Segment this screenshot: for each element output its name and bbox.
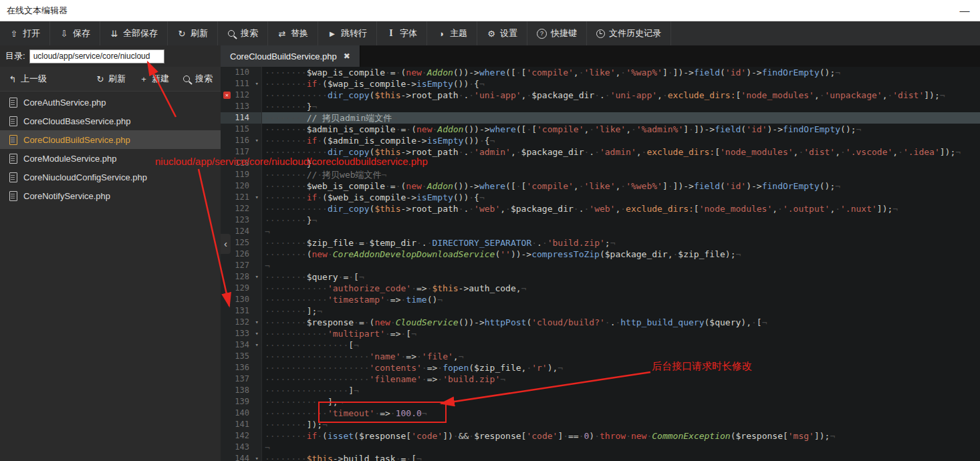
open-button[interactable]: ⇧打开 xyxy=(0,21,50,45)
code-line[interactable]: 131········];¬ xyxy=(221,305,980,317)
file-item[interactable]: CoreModuleService.php xyxy=(0,149,221,168)
code-line[interactable]: 122············dir_copy($this->root_path… xyxy=(221,203,980,214)
code-line[interactable]: 114········//·拷贝admin端文件¬ xyxy=(221,112,980,124)
goto-line-button[interactable]: ►跳转行 xyxy=(318,21,377,45)
code-line[interactable]: 140············'timeout'·=>·100.0¬ xyxy=(221,408,980,419)
code-line[interactable]: 143¬ xyxy=(221,442,980,453)
code-line[interactable]: 132▾········$response·=·(new·CloudServic… xyxy=(221,317,980,328)
up-level-label: 上一级 xyxy=(21,73,47,85)
history-button[interactable]: 文件历史记录 xyxy=(587,21,671,45)
save-all-icon: ⇊ xyxy=(110,29,119,39)
sidebar-refresh-button[interactable]: ↻ 刷新 xyxy=(96,73,126,85)
code-line[interactable]: 137····················'filename'·=>·'bu… xyxy=(221,373,980,385)
file-item[interactable]: CoreNotifyService.php xyxy=(0,186,221,205)
settings-button[interactable]: ⚙设置 xyxy=(477,21,527,45)
code-text: ········$query·=·[¬ xyxy=(262,271,980,283)
save-button[interactable]: ⇩保存 xyxy=(50,21,100,45)
code-line[interactable]: 133▾············'multipart'·=>·[¬ xyxy=(221,328,980,339)
code-text: ············'timeout'·=>·100.0¬ xyxy=(262,408,980,419)
code-line[interactable]: 135····················'name'·=>·'file',… xyxy=(221,351,980,362)
code-text: ¬ xyxy=(262,226,980,237)
replace-button[interactable]: ⇄替换 xyxy=(268,21,318,45)
file-item[interactable]: CoreAuthService.php xyxy=(0,93,221,112)
code-line[interactable]: 113········}¬ xyxy=(221,101,980,112)
code-line[interactable]: 126········(new·CoreAddonDevelopDownload… xyxy=(221,249,980,260)
line-number: 134▾ xyxy=(221,339,262,351)
code-line[interactable]: 124¬ xyxy=(221,226,980,237)
code-line[interactable]: 139············],¬ xyxy=(221,396,980,408)
code-lines: 110········$wap_is_compile·=·(new·Addon(… xyxy=(221,67,980,461)
code-line[interactable]: 144▾········$this->build_task·=·[¬ xyxy=(221,453,980,461)
code-line[interactable]: 117············dir_copy($this->root_path… xyxy=(221,146,980,158)
line-number: 117 xyxy=(221,146,262,158)
fold-icon[interactable]: ▾ xyxy=(255,317,259,328)
code-line[interactable]: 121▾········if·($web_is_compile->isEmpty… xyxy=(221,192,980,203)
code-line[interactable]: 134▾················[¬ xyxy=(221,339,980,351)
tab-corecloudbuildservice[interactable]: CoreCloudBuildService.php ✖ xyxy=(221,45,360,67)
close-icon[interactable]: ✖ xyxy=(344,51,350,61)
fold-icon[interactable]: ▾ xyxy=(255,78,259,90)
plus-icon: + xyxy=(139,74,148,84)
main-toolbar: ⇧打开⇩保存⇊全部保存↻刷新搜索⇄替换►跳转行I字体◑主题⚙设置?快捷键文件历史… xyxy=(0,21,980,45)
code-line[interactable]: 112✕············dir_copy($this->root_pat… xyxy=(221,90,980,101)
fold-icon[interactable]: ▾ xyxy=(255,135,259,146)
file-icon xyxy=(9,172,17,182)
code-line[interactable]: 129············'authorize_code'·=>·$this… xyxy=(221,283,980,294)
code-text: ····················'contents'·=>·fopen(… xyxy=(262,362,980,373)
toolbar-button-label: 文件历史记录 xyxy=(609,27,661,39)
file-item[interactable]: CoreCloudBaseService.php xyxy=(0,112,221,130)
code-line[interactable]: 142········if·(isset($response['code'])·… xyxy=(221,430,980,442)
file-item[interactable]: CoreCloudBuildService.php xyxy=(0,130,221,149)
search-icon xyxy=(228,30,235,37)
sidebar-search-button[interactable]: 搜索 xyxy=(182,73,213,85)
code-line[interactable]: 141········]);¬ xyxy=(221,419,980,430)
code-editor[interactable]: 110········$wap_is_compile·=·(new·Addon(… xyxy=(221,67,980,461)
line-number: 110 xyxy=(221,67,262,78)
file-name: CoreCloudBuildService.php xyxy=(23,135,130,145)
line-number: 133▾ xyxy=(221,328,262,339)
hotkeys-button[interactable]: ?快捷键 xyxy=(527,21,587,45)
code-line[interactable]: 110········$wap_is_compile·=·(new·Addon(… xyxy=(221,67,980,78)
line-number: 143 xyxy=(221,442,262,453)
line-number: 118 xyxy=(221,158,262,169)
fold-icon[interactable]: ▾ xyxy=(255,328,259,339)
fold-icon[interactable]: ▾ xyxy=(255,453,259,461)
search-button[interactable]: 搜索 xyxy=(218,21,268,45)
line-number: 129 xyxy=(221,283,262,294)
code-text: ········$this->build_task·=·[¬ xyxy=(262,453,980,461)
fold-icon[interactable]: ▾ xyxy=(255,192,259,203)
code-line[interactable]: 116▾········if·($admin_is_compile->isEmp… xyxy=(221,135,980,146)
code-line[interactable]: 128▾········$query·=·[¬ xyxy=(221,271,980,283)
sidebar-refresh-label: 刷新 xyxy=(108,73,126,85)
code-line[interactable]: 118········}¬ xyxy=(221,158,980,169)
fold-icon[interactable]: ▾ xyxy=(255,339,259,351)
theme-button[interactable]: ◑主题 xyxy=(427,21,477,45)
up-level-button[interactable]: ↰ 上一级 xyxy=(8,73,47,85)
code-text: ············],¬ xyxy=(262,396,980,408)
code-line[interactable]: 123········}¬ xyxy=(221,214,980,226)
save-all-button[interactable]: ⇊全部保存 xyxy=(100,21,168,45)
code-text: ············'multipart'·=>·[¬ xyxy=(262,328,980,339)
new-file-button[interactable]: + 新建 xyxy=(139,73,169,85)
minimize-button[interactable]: — xyxy=(949,5,980,16)
refresh-button[interactable]: ↻刷新 xyxy=(168,21,218,45)
code-line[interactable]: 138················]¬ xyxy=(221,385,980,396)
code-line[interactable]: 120········$web_is_compile·=·(new·Addon(… xyxy=(221,180,980,192)
code-line[interactable]: 136····················'contents'·=>·fop… xyxy=(221,362,980,373)
goto-line-icon: ► xyxy=(328,29,337,39)
fold-icon[interactable]: ▾ xyxy=(255,271,259,283)
line-number: 119 xyxy=(221,169,262,180)
code-text: ············'timestamp'·=>·time()¬ xyxy=(262,294,980,305)
code-line[interactable]: 125········$zip_file·=·$temp_dir·.·DIREC… xyxy=(221,237,980,249)
code-line[interactable]: 119········//·拷贝web端文件¬ xyxy=(221,169,980,180)
font-icon: I xyxy=(386,28,396,39)
code-line[interactable]: 115········$admin_is_compile·=·(new·Addo… xyxy=(221,124,980,135)
directory-input[interactable] xyxy=(29,49,164,63)
font-button[interactable]: I字体 xyxy=(377,21,427,45)
code-line[interactable]: 127¬ xyxy=(221,260,980,271)
file-item[interactable]: CoreNiucloudConfigService.php xyxy=(0,168,221,186)
sidebar-collapse-button[interactable]: ‹ xyxy=(221,234,231,254)
code-line[interactable]: 130············'timestamp'·=>·time()¬ xyxy=(221,294,980,305)
code-text: ············dir_copy($this->root_path·.·… xyxy=(262,203,980,214)
code-line[interactable]: 111▾········if·($wap_is_compile->isEmpty… xyxy=(221,78,980,90)
